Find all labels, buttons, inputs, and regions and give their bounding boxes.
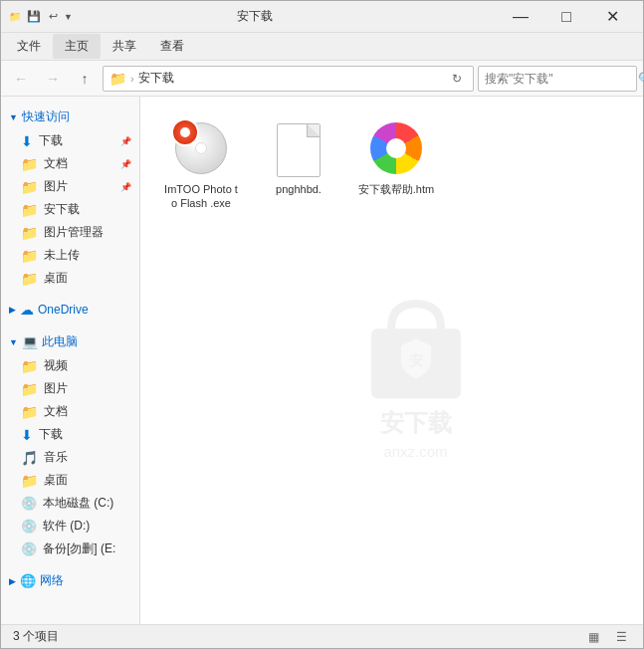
close-button[interactable]: ✕ bbox=[589, 1, 635, 33]
sidebar-quickaccess-title[interactable]: ▼ 快速访问 bbox=[1, 105, 139, 129]
title-bar: 📁 💾 ↩ ▼ 安下载 — □ ✕ bbox=[1, 1, 643, 33]
disc-hole bbox=[195, 142, 207, 154]
window: 📁 💾 ↩ ▼ 安下载 — □ ✕ 文件 主页 共享 查看 ← → ↑ 📁 › … bbox=[0, 0, 644, 649]
sidebar-download2-label: 下载 bbox=[39, 426, 63, 443]
red-logo bbox=[171, 118, 199, 146]
file-item-htm[interactable]: 安下载帮助.htm bbox=[351, 112, 441, 217]
watermark-url: anxz.com bbox=[383, 443, 447, 460]
menu-share[interactable]: 共享 bbox=[101, 34, 148, 59]
svg-text:安: 安 bbox=[408, 352, 423, 368]
toolbar: ← → ↑ 📁 › 安下载 ↻ 🔍 bbox=[1, 61, 643, 97]
sidebar-music-label: 音乐 bbox=[44, 449, 68, 466]
search-input[interactable] bbox=[485, 72, 634, 86]
sidebar-anxz-label: 安下载 bbox=[44, 201, 80, 218]
chevron-icon-3: ▼ bbox=[9, 337, 18, 347]
sidebar-item-docs2[interactable]: 📁 文档 bbox=[1, 400, 139, 423]
sidebar-desktop2-label: 桌面 bbox=[44, 472, 68, 489]
view-list-button[interactable]: ☰ bbox=[611, 628, 631, 646]
disk-icon-e: 💿 bbox=[21, 541, 37, 556]
sidebar-item-cdrive[interactable]: 💿 本地磁盘 (C:) bbox=[1, 492, 139, 515]
sidebar-ddrive-label: 软件 (D:) bbox=[43, 518, 90, 535]
watermark: 安 安下载 anxz.com bbox=[356, 294, 476, 460]
computer-label: 此电脑 bbox=[42, 333, 78, 350]
divider-1 bbox=[1, 290, 139, 298]
chevron-icon-4: ▶ bbox=[9, 576, 16, 586]
forward-button[interactable]: → bbox=[39, 67, 67, 91]
folder-icon-docs2: 📁 bbox=[21, 404, 38, 420]
sidebar-item-anxz[interactable]: 📁 安下载 bbox=[1, 198, 139, 221]
file-label-png: pnghhbd. bbox=[276, 182, 322, 196]
file-item-png[interactable]: pnghhbd. bbox=[254, 112, 343, 217]
watermark-text: 安下载 bbox=[380, 407, 452, 439]
sidebar-edrive-label: 备份[勿删] (E: bbox=[43, 541, 115, 557]
minimize-button[interactable]: — bbox=[498, 1, 543, 33]
sidebar-item-download[interactable]: ⬇ 下载 📌 bbox=[1, 129, 139, 152]
address-path: 安下载 bbox=[138, 70, 443, 87]
refresh-button[interactable]: ↻ bbox=[447, 69, 467, 89]
status-bar: 3 个项目 ▦ ☰ bbox=[1, 624, 643, 648]
menu-file[interactable]: 文件 bbox=[5, 34, 53, 59]
file-label-imtoo: ImTOO Photo to Flash .exe bbox=[162, 182, 240, 211]
main-area: ▼ 快速访问 ⬇ 下载 📌 📁 文档 📌 📁 图片 📌 📁 安下载 bbox=[1, 97, 643, 624]
sidebar-item-video[interactable]: 📁 视频 bbox=[1, 354, 139, 377]
sidebar-docs-label: 文档 bbox=[44, 155, 68, 172]
search-icon: 🔍 bbox=[638, 72, 644, 86]
file-label-htm: 安下载帮助.htm bbox=[358, 182, 434, 196]
back-button[interactable]: ← bbox=[7, 67, 35, 91]
menu-view[interactable]: 查看 bbox=[148, 34, 196, 59]
sidebar-video-label: 视频 bbox=[44, 357, 68, 374]
folder-icon-desktop: 📁 bbox=[21, 271, 38, 287]
folder-icon-address: 📁 bbox=[109, 71, 126, 87]
sidebar-item-documents[interactable]: 📁 文档 📌 bbox=[1, 152, 139, 175]
divider-3 bbox=[1, 560, 139, 568]
sidebar-computer-title[interactable]: ▼ 💻 此电脑 bbox=[1, 329, 139, 354]
folder-icon-docs: 📁 bbox=[21, 156, 38, 172]
download-icon: ⬇ bbox=[21, 133, 33, 149]
pin-icon-3: 📌 bbox=[120, 182, 131, 192]
file-grid: ImTOO Photo to Flash .exe pnghhbd. bbox=[156, 112, 627, 217]
sidebar-item-download2[interactable]: ⬇ 下载 bbox=[1, 423, 139, 446]
menu-home[interactable]: 主页 bbox=[53, 34, 101, 59]
chevron-icon-2: ▶ bbox=[9, 305, 16, 315]
sidebar-item-edrive[interactable]: 💿 备份[勿删] (E: bbox=[1, 538, 139, 560]
maximize-button[interactable]: □ bbox=[543, 1, 589, 33]
colorful-file-icon bbox=[370, 122, 422, 174]
address-separator: › bbox=[130, 73, 134, 85]
sidebar-unuploaded-label: 未上传 bbox=[44, 247, 80, 264]
svg-rect-0 bbox=[371, 328, 461, 398]
folder-icon-unuploaded: 📁 bbox=[21, 248, 38, 264]
imtoo-icon bbox=[173, 120, 229, 176]
sidebar-desktop-label: 桌面 bbox=[44, 270, 68, 287]
sidebar-item-desktop2[interactable]: 📁 桌面 bbox=[1, 469, 139, 492]
logo-center bbox=[180, 127, 190, 137]
disk-icon-c: 💿 bbox=[21, 496, 37, 511]
sidebar-item-unuploaded[interactable]: 📁 未上传 bbox=[1, 244, 139, 267]
sidebar-pics-label: 图片 bbox=[44, 178, 68, 195]
sidebar-item-ddrive[interactable]: 💿 软件 (D:) bbox=[1, 515, 139, 538]
sidebar-download-label: 下载 bbox=[39, 132, 63, 149]
sidebar-item-music[interactable]: 🎵 音乐 bbox=[1, 446, 139, 469]
sidebar-item-pictures[interactable]: 📁 图片 📌 bbox=[1, 175, 139, 198]
sidebar-network-title[interactable]: ▶ 🌐 网络 bbox=[1, 568, 139, 593]
up-button[interactable]: ↑ bbox=[71, 67, 99, 91]
disk-icon-d: 💿 bbox=[21, 519, 37, 534]
sidebar-imgmgr-label: 图片管理器 bbox=[44, 224, 104, 241]
sidebar: ▼ 快速访问 ⬇ 下载 📌 📁 文档 📌 📁 图片 📌 📁 安下载 bbox=[1, 97, 140, 624]
item-count: 3 个项目 bbox=[13, 628, 59, 645]
png-icon-container bbox=[269, 118, 328, 178]
folder-icon-anxz: 📁 bbox=[21, 202, 38, 218]
sidebar-item-pics2[interactable]: 📁 图片 bbox=[1, 377, 139, 400]
address-bar[interactable]: 📁 › 安下载 ↻ bbox=[103, 66, 474, 92]
sidebar-onedrive-title[interactable]: ▶ ☁ OneDrive bbox=[1, 298, 139, 322]
folder-icon-imgmgr: 📁 bbox=[21, 225, 38, 241]
sidebar-item-desktop[interactable]: 📁 桌面 bbox=[1, 267, 139, 290]
search-box[interactable]: 🔍 bbox=[478, 66, 637, 92]
content-area: 安 安下载 anxz.com bbox=[140, 97, 643, 624]
view-grid-button[interactable]: ▦ bbox=[583, 628, 603, 646]
sidebar-item-imgmgr[interactable]: 📁 图片管理器 bbox=[1, 221, 139, 244]
file-item-imtoo[interactable]: ImTOO Photo to Flash .exe bbox=[156, 112, 246, 217]
folder-icon-pics: 📁 bbox=[21, 179, 38, 195]
network-label: 网络 bbox=[40, 572, 64, 589]
window-controls: — □ ✕ bbox=[498, 1, 635, 33]
network-icon: 🌐 bbox=[20, 573, 36, 588]
